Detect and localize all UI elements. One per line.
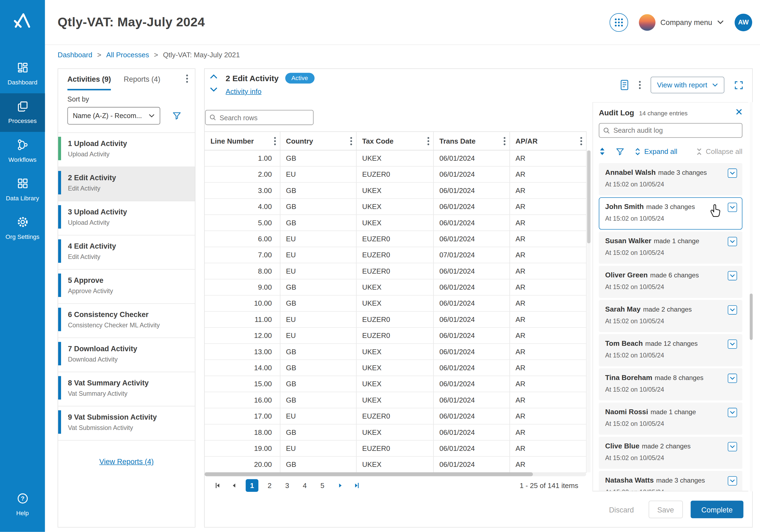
prev-page-button[interactable] bbox=[227, 479, 241, 492]
activity-list-item[interactable]: 3 Upload Activity Upload Activity bbox=[58, 201, 195, 235]
audit-entry-expand-button[interactable] bbox=[728, 203, 737, 212]
sidebar-item-dashboard[interactable]: Dashboard bbox=[0, 55, 45, 93]
audit-search-input[interactable] bbox=[613, 126, 738, 134]
scrollbar-thumb[interactable] bbox=[587, 150, 591, 243]
audit-entry-expand-button[interactable] bbox=[728, 374, 737, 383]
table-row[interactable]: 12.00 EU EUZER0 06/01/2024 AR bbox=[205, 328, 586, 344]
view-reports-link[interactable]: View Reports (4) bbox=[99, 457, 154, 465]
activity-list-item[interactable]: 7 Download Activity Download Activity bbox=[58, 338, 195, 372]
page-number-button[interactable]: 5 bbox=[316, 479, 329, 492]
table-row[interactable]: 4.00 GB UKEX 06/01/2024 AR bbox=[205, 198, 586, 215]
audit-entry-expand-button[interactable] bbox=[728, 169, 737, 178]
chevron-down-icon[interactable] bbox=[210, 87, 218, 92]
sidebar-item-processes[interactable]: Processes bbox=[0, 93, 45, 132]
table-row[interactable]: 18.00 GB UKEX 06/01/2024 AR bbox=[205, 424, 586, 440]
column-header[interactable]: Line Number bbox=[205, 132, 280, 150]
tab[interactable]: Activities (9) bbox=[67, 69, 111, 90]
kebab-icon[interactable] bbox=[580, 136, 582, 145]
audit-entry-expand-button[interactable] bbox=[728, 237, 737, 246]
audit-scrollbar[interactable] bbox=[750, 102, 753, 491]
table-row[interactable]: 8.00 EU EUZER0 06/01/2024 AR bbox=[205, 263, 586, 279]
table-row[interactable]: 3.00 GB UKEX 06/01/2024 AR bbox=[205, 182, 586, 198]
document-button[interactable] bbox=[620, 79, 629, 90]
chevron-up-icon[interactable] bbox=[210, 74, 218, 79]
table-row[interactable]: 6.00 EU EUZER0 06/01/2024 AR bbox=[205, 231, 586, 247]
activity-list-item[interactable]: 6 Consistency Checker Consistency Checke… bbox=[58, 304, 195, 338]
activity-list-item[interactable]: 8 Vat Summary Activity Vat Summary Activ… bbox=[58, 372, 195, 406]
audit-entry-expand-button[interactable] bbox=[728, 271, 737, 280]
table-row[interactable]: 1.00 GB UKEX 06/01/2024 AR bbox=[205, 150, 586, 166]
fullscreen-button[interactable] bbox=[734, 80, 743, 90]
toolbar-kebab-button[interactable] bbox=[639, 81, 641, 89]
activity-list-item[interactable]: 5 Approve Approve Activity bbox=[58, 269, 195, 304]
audit-entry[interactable]: Tina Borehammade 8 changes At 15:02 on 1… bbox=[599, 368, 742, 401]
sidebar-item-help[interactable]: ? Help bbox=[0, 486, 45, 524]
audit-entry-expand-button[interactable] bbox=[728, 340, 737, 349]
column-header[interactable]: Country bbox=[280, 132, 356, 150]
table-row[interactable]: 16.00 GB UKEX 06/01/2024 AR bbox=[205, 392, 586, 408]
audit-filter-button[interactable] bbox=[615, 147, 625, 156]
activity-list-item[interactable]: 2 Edit Activity Edit Activity bbox=[58, 167, 195, 201]
sort-dropdown[interactable]: Name (A-Z) - Recom... bbox=[67, 107, 160, 124]
table-horizontal-scrollbar[interactable] bbox=[205, 472, 586, 476]
sidebar-item-data-library[interactable]: Data Library bbox=[0, 170, 45, 209]
complete-button[interactable]: Complete bbox=[690, 501, 743, 518]
audit-sort-button[interactable] bbox=[599, 147, 605, 156]
panel-kebab-button[interactable] bbox=[186, 74, 188, 85]
audit-entry-expand-button[interactable] bbox=[728, 408, 737, 417]
apps-grid-button[interactable] bbox=[610, 13, 628, 31]
table-row[interactable]: 7.00 EU EUZER0 07/01/2024 AR bbox=[205, 247, 586, 263]
table-row[interactable]: 14.00 GB UKEX 06/01/2024 AR bbox=[205, 360, 586, 376]
kebab-icon[interactable] bbox=[350, 136, 352, 145]
scrollbar-thumb[interactable] bbox=[750, 293, 753, 340]
table-row[interactable]: 9.00 GB UKEX 06/01/2024 AR bbox=[205, 279, 586, 295]
kebab-icon[interactable] bbox=[503, 136, 505, 145]
scrollbar-thumb[interactable] bbox=[205, 472, 533, 476]
last-page-button[interactable] bbox=[350, 479, 364, 492]
page-number-button[interactable]: 4 bbox=[298, 479, 311, 492]
company-menu[interactable]: Company menu bbox=[639, 14, 724, 30]
collapse-all-button[interactable]: Collapse all bbox=[696, 147, 742, 156]
user-avatar[interactable]: AW bbox=[735, 13, 752, 31]
table-row[interactable]: 11.00 EU EUZER0 06/01/2024 AR bbox=[205, 311, 586, 327]
table-row[interactable]: 20.00 GB UKEX 06/01/2024 AR bbox=[205, 457, 586, 472]
tab[interactable]: Reports (4) bbox=[124, 69, 161, 90]
audit-entry[interactable]: Annabel Walshmade 3 changes At 15:02 on … bbox=[599, 163, 742, 195]
audit-entry[interactable]: Susan Walkermade 1 change At 15:02 on 10… bbox=[599, 231, 742, 264]
activity-list-item[interactable]: 4 Edit Activity Edit Activity bbox=[58, 235, 195, 269]
table-row[interactable]: 10.00 GB UKEX 06/01/2024 AR bbox=[205, 295, 586, 311]
page-number-button[interactable]: 2 bbox=[263, 479, 276, 492]
page-number-button[interactable]: 3 bbox=[281, 479, 294, 492]
table-row[interactable]: 13.00 GB UKEX 06/01/2024 AR bbox=[205, 344, 586, 360]
activity-list-item[interactable]: 9 Vat Submission Activity Vat Submission… bbox=[58, 406, 195, 441]
save-button[interactable]: Save bbox=[648, 501, 683, 518]
activity-info-link[interactable]: Activity info bbox=[225, 87, 261, 95]
audit-entry[interactable]: John Smithmade 3 changes At 15:02 on 10/… bbox=[599, 197, 742, 230]
activity-list-item[interactable]: 1 Upload Activity Upload Activity bbox=[58, 133, 195, 167]
audit-close-button[interactable] bbox=[736, 108, 742, 117]
discard-button[interactable]: Discard bbox=[609, 506, 634, 514]
sidebar-item-workflows[interactable]: Workflows bbox=[0, 132, 45, 170]
breadcrumb-link-dashboard[interactable]: Dashboard bbox=[58, 51, 92, 59]
table-row[interactable]: 19.00 EU EUZER0 06/01/2024 AR bbox=[205, 440, 586, 456]
table-row[interactable]: 5.00 GB UKEX 06/01/2024 AR bbox=[205, 215, 586, 231]
kebab-icon[interactable] bbox=[274, 136, 276, 145]
audit-entry-expand-button[interactable] bbox=[728, 476, 737, 486]
table-row[interactable]: 15.00 GB UKEX 06/01/2024 AR bbox=[205, 376, 586, 392]
table-row[interactable]: 2.00 EU EUZER0 06/01/2024 AR bbox=[205, 167, 586, 182]
activities-filter-button[interactable] bbox=[172, 111, 182, 121]
first-page-button[interactable] bbox=[211, 479, 224, 492]
column-header[interactable]: AP/AR bbox=[509, 132, 586, 150]
expand-all-button[interactable]: Expand all bbox=[635, 147, 678, 156]
sidebar-item-org-settings[interactable]: Org Settings bbox=[0, 209, 45, 248]
audit-entry[interactable]: Tom Beachmade 12 changes At 15:02 on 10/… bbox=[599, 334, 742, 366]
breadcrumb-link-all-processes[interactable]: All Processes bbox=[106, 51, 149, 59]
audit-entry[interactable]: Oliver Greenmade 6 changes At 15:02 on 1… bbox=[599, 266, 742, 298]
table-search-input[interactable] bbox=[219, 114, 309, 121]
table-row[interactable]: 17.00 EU EUZER0 06/01/2024 AR bbox=[205, 408, 586, 424]
audit-entry[interactable]: Naomi Rossimade 1 change At 15:02 on 10/… bbox=[599, 403, 742, 435]
kebab-icon[interactable] bbox=[427, 136, 429, 145]
view-with-report-button[interactable]: View with report bbox=[651, 77, 725, 93]
column-header[interactable]: Tax Code bbox=[356, 132, 433, 150]
table-vertical-scrollbar[interactable] bbox=[587, 150, 591, 472]
